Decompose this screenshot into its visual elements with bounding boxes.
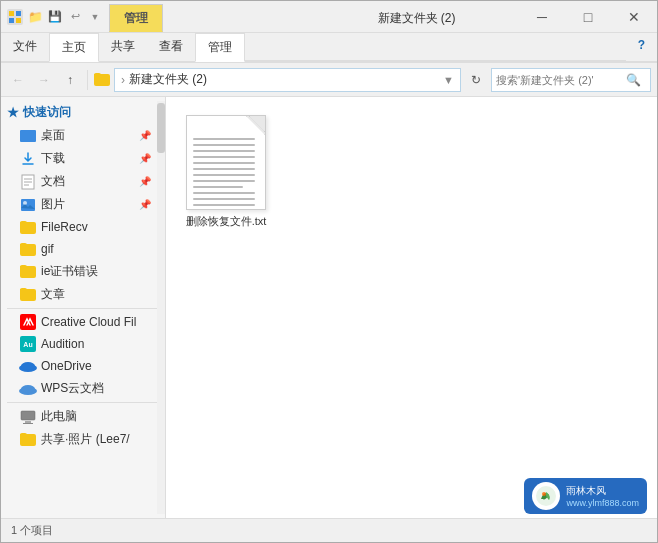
address-bar: ← → ↑ › 新建文件夹 (2) ▼ ↻ 🔍 bbox=[1, 63, 657, 97]
creative-cloud-icon bbox=[19, 314, 37, 330]
window-title: 新建文件夹 (2) bbox=[314, 1, 519, 32]
dropdown-icon[interactable]: ▼ bbox=[87, 9, 103, 25]
pictures-icon bbox=[19, 197, 37, 213]
maximize-button[interactable]: □ bbox=[565, 1, 611, 33]
tab-home[interactable]: 主页 bbox=[49, 33, 99, 62]
svg-point-19 bbox=[542, 492, 546, 496]
forward-button[interactable]: → bbox=[33, 69, 55, 91]
sidebar-item-this-pc[interactable]: 此电脑 bbox=[1, 405, 157, 428]
sidebar-item-desktop[interactable]: 桌面 📌 bbox=[1, 124, 157, 147]
search-box[interactable]: 🔍 bbox=[491, 68, 651, 92]
title-bar-left: 📁 💾 ↩ ▼ bbox=[1, 1, 109, 32]
onedrive-icon bbox=[19, 358, 37, 374]
svg-rect-17 bbox=[23, 423, 33, 424]
svg-rect-3 bbox=[16, 18, 21, 23]
ribbon-tab-bar: 管理 bbox=[109, 1, 314, 32]
svg-rect-1 bbox=[16, 11, 21, 16]
folder-article-icon bbox=[19, 287, 37, 303]
sidebar-item-download[interactable]: 下载 📌 bbox=[1, 147, 157, 170]
txt-file-icon bbox=[186, 115, 266, 210]
quick-access-header[interactable]: ★ 快速访问 bbox=[1, 101, 157, 124]
pin-icon-pictures: 📌 bbox=[139, 199, 151, 210]
sidebar-item-shared-photos[interactable]: 共享·照片 (Lee7/ bbox=[1, 428, 157, 451]
svg-rect-16 bbox=[25, 421, 31, 423]
folder-ie-icon bbox=[19, 264, 37, 280]
audition-icon: Au bbox=[19, 336, 37, 352]
pin-icon: 📌 bbox=[139, 130, 151, 141]
tab-file[interactable]: 文件 bbox=[1, 33, 49, 61]
back-button[interactable]: ← bbox=[7, 69, 29, 91]
sidebar-item-wps[interactable]: WPS云文档 bbox=[1, 377, 157, 400]
star-icon: ★ bbox=[7, 105, 19, 120]
svg-rect-14 bbox=[21, 411, 35, 420]
docs-icon bbox=[19, 174, 37, 190]
tab-image-tools[interactable]: 管理 bbox=[109, 4, 163, 32]
tab-image-tools-label: 管理 bbox=[124, 10, 148, 27]
title-bar: 📁 💾 ↩ ▼ 管理 新建文件夹 (2) ─ □ ✕ bbox=[1, 1, 657, 33]
pc-icon bbox=[19, 409, 37, 425]
folder-icon bbox=[94, 73, 110, 87]
window-controls: ─ □ ✕ bbox=[519, 1, 657, 32]
watermark: 雨林木风 www.ylmf888.com bbox=[524, 478, 647, 514]
window-icon bbox=[7, 9, 23, 25]
pin-icon-docs: 📌 bbox=[139, 176, 151, 187]
desktop-icon bbox=[19, 128, 37, 144]
ribbon-tabs: 文件 主页 共享 查看 管理 ? bbox=[1, 33, 657, 62]
content-area: 删除恢复文件.txt bbox=[166, 97, 657, 518]
pin-icon-download: 📌 bbox=[139, 153, 151, 164]
wps-icon bbox=[19, 381, 37, 397]
svg-point-11 bbox=[21, 362, 35, 370]
tab-share[interactable]: 共享 bbox=[99, 33, 147, 61]
sidebar-item-ie-error[interactable]: ie证书错误 bbox=[1, 260, 157, 283]
file-name: 删除恢复文件.txt bbox=[186, 214, 267, 229]
download-icon bbox=[19, 151, 37, 167]
sidebar-item-filerecv[interactable]: FileRecv bbox=[1, 216, 157, 238]
sidebar-item-onedrive[interactable]: OneDrive bbox=[1, 355, 157, 377]
sidebar-item-article[interactable]: 文章 bbox=[1, 283, 157, 306]
search-input[interactable] bbox=[496, 74, 626, 86]
undo-icon[interactable]: ↩ bbox=[67, 9, 83, 25]
svg-point-13 bbox=[21, 385, 35, 393]
search-icon: 🔍 bbox=[626, 73, 641, 87]
close-button[interactable]: ✕ bbox=[611, 1, 657, 33]
folder-filerecv-icon bbox=[19, 219, 37, 235]
tab-view[interactable]: 查看 bbox=[147, 33, 195, 61]
ribbon: 文件 主页 共享 查看 管理 ? bbox=[1, 33, 657, 63]
refresh-button[interactable]: ↻ bbox=[465, 69, 487, 91]
help-icon[interactable]: ? bbox=[626, 33, 657, 61]
sidebar-item-audition[interactable]: Au Audition bbox=[1, 333, 157, 355]
watermark-text-block: 雨林木风 www.ylmf888.com bbox=[566, 484, 639, 508]
svg-rect-2 bbox=[9, 18, 14, 23]
svg-rect-0 bbox=[9, 11, 14, 16]
watermark-logo bbox=[532, 482, 560, 510]
sidebar-item-creative-cloud[interactable]: Creative Cloud Fil bbox=[1, 311, 157, 333]
sidebar: ★ 快速访问 桌面 📌 下载 📌 bbox=[1, 97, 166, 518]
tab-manage[interactable]: 管理 bbox=[195, 33, 245, 62]
sidebar-item-pictures[interactable]: 图片 📌 bbox=[1, 193, 157, 216]
sidebar-divider-1 bbox=[7, 308, 159, 309]
minimize-button[interactable]: ─ bbox=[519, 1, 565, 33]
status-bar: 1 个项目 bbox=[1, 518, 657, 542]
file-item-txt[interactable]: 删除恢复文件.txt bbox=[176, 107, 276, 237]
address-path[interactable]: › 新建文件夹 (2) ▼ bbox=[114, 68, 461, 92]
main-area: ★ 快速访问 桌面 📌 下载 📌 bbox=[1, 97, 657, 518]
quick-access-section: ★ 快速访问 桌面 📌 下载 📌 bbox=[1, 101, 165, 306]
shared-folder-icon bbox=[19, 432, 37, 448]
quick-access-icon: 📁 bbox=[27, 9, 43, 25]
sidebar-divider-2 bbox=[7, 402, 159, 403]
sidebar-item-gif[interactable]: gif bbox=[1, 238, 157, 260]
svg-rect-8 bbox=[21, 199, 35, 211]
sidebar-item-docs[interactable]: 文档 📌 bbox=[1, 170, 157, 193]
folder-gif-icon bbox=[19, 241, 37, 257]
up-button[interactable]: ↑ bbox=[59, 69, 81, 91]
save-icon[interactable]: 💾 bbox=[47, 9, 63, 25]
